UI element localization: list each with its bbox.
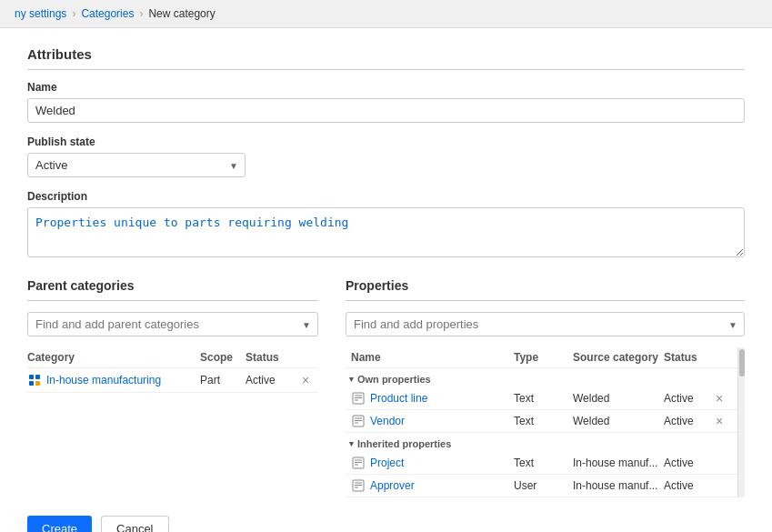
property-type: User [514,479,573,492]
property-name[interactable]: Approver [370,479,415,492]
inherited-properties-label: ▾ Inherited properties [346,433,737,452]
property-status: Active [664,479,714,492]
parent-categories-panel: Parent categories ▼ Category Scope Statu… [27,278,318,497]
property-remove: × [714,392,732,406]
name-field-group: Name [27,81,745,123]
properties-table-header: Name Type Source category Status [346,347,737,368]
properties-table-content: Name Type Source category Status ▾ Own p… [346,347,737,497]
two-col-layout: Parent categories ▼ Category Scope Statu… [27,278,745,497]
property-row-vendor: Vendor Text Welded Active × [346,410,737,433]
col-header-action [714,351,732,364]
inherited-properties-chevron-icon: ▾ [349,439,354,448]
property-source: Welded [573,415,664,427]
property-status: Active [664,415,714,427]
properties-table-container: Name Type Source category Status ▾ Own p… [346,347,745,497]
property-name-cell: Product line [351,391,514,406]
description-field-group: Description Properties unique to parts r… [27,190,745,260]
property-remove: × [714,415,732,428]
parent-category-status: Active [246,374,300,386]
property-name-cell: Vendor [351,414,514,428]
parent-categories-title: Parent categories [27,278,318,301]
property-type: Text [514,457,573,469]
own-properties-text: Own properties [357,374,431,385]
svg-rect-0 [29,375,34,379]
property-row-project: Project Text In-house manuf... Active [346,452,737,475]
parent-category-remove: × [300,374,318,387]
properties-panel: Properties ▼ Name Type Source category S… [346,278,745,497]
property-source: In-house manuf... [573,457,664,469]
attributes-section-title: Attributes [27,46,745,70]
remove-parent-category-button[interactable]: × [300,374,311,386]
property-name[interactable]: Vendor [370,415,405,427]
svg-rect-3 [35,381,40,386]
breadcrumb-sep-1: › [72,7,75,20]
property-icon [351,478,366,493]
parent-category-row: In-house manufacturing Part Active × [27,368,318,393]
col-header-status: Status [246,351,300,364]
svg-rect-1 [35,375,40,379]
svg-rect-2 [29,381,34,386]
publish-state-select[interactable]: Active Inactive Draft [27,153,246,177]
property-name-cell: Approver [351,478,514,493]
property-row-product-line: Product line Text Welded Active × [346,387,737,410]
breadcrumb-current: New category [148,7,215,20]
property-type: Text [514,392,573,405]
property-icon [351,456,366,470]
properties-search-wrapper: ▼ [346,312,745,336]
description-label: Description [27,190,745,203]
breadcrumb-sep-2: › [139,7,143,20]
name-label: Name [27,81,745,94]
property-icon [351,391,366,406]
properties-search-input[interactable] [346,312,745,336]
publish-state-wrapper: Active Inactive Draft ▼ [27,153,246,177]
footer-actions: Create Cancel [27,516,745,532]
parent-category-cell: In-house manufacturing [27,373,200,387]
property-name[interactable]: Product line [370,392,427,405]
inherited-properties-text: Inherited properties [357,438,451,449]
parent-category-scope: Part [200,374,246,386]
own-properties-label: ▾ Own properties [346,368,737,387]
property-source: In-house manuf... [573,479,664,492]
cancel-button[interactable]: Cancel [101,516,168,532]
col-header-type: Type [514,351,573,364]
scroll-thumb [739,349,745,376]
property-icon [351,414,366,428]
property-status: Active [664,392,714,405]
col-header-name: Name [351,351,514,364]
parent-category-name[interactable]: In-house manufacturing [46,374,161,386]
remove-property-product-line-button[interactable]: × [714,392,725,405]
parent-categories-table-header: Category Scope Status [27,347,318,368]
publish-state-label: Publish state [27,136,745,148]
breadcrumb-categories[interactable]: Categories [81,7,134,20]
property-source: Welded [573,392,664,405]
category-icon [27,373,42,387]
property-type: Text [514,415,573,427]
breadcrumb: ny settings › Categories › New category [0,0,772,28]
remove-property-vendor-button[interactable]: × [714,415,725,427]
property-status: Active [664,457,714,469]
publish-state-field-group: Publish state Active Inactive Draft ▼ [27,136,745,177]
parent-categories-search-input[interactable] [27,312,318,336]
property-name-cell: Project [351,456,514,470]
properties-title: Properties [346,278,745,301]
col-header-source: Source category [573,351,664,364]
breadcrumb-company-settings[interactable]: ny settings [15,7,66,20]
page-content: Attributes Name Publish state Active Ina… [0,28,772,532]
description-textarea[interactable]: Properties unique to parts requiring wel… [27,207,745,257]
col-header-scope: Scope [200,351,246,364]
col-header-category: Category [27,351,200,364]
property-name[interactable]: Project [370,457,404,469]
col-header-status: Status [664,351,714,364]
parent-categories-search-wrapper: ▼ [27,312,318,336]
property-row-approver: Approver User In-house manuf... Active [346,475,737,497]
create-button[interactable]: Create [27,516,92,532]
name-input[interactable] [27,98,745,123]
own-properties-chevron-icon: ▾ [349,375,354,384]
properties-scrollbar[interactable] [737,347,745,497]
col-header-action [300,351,318,364]
